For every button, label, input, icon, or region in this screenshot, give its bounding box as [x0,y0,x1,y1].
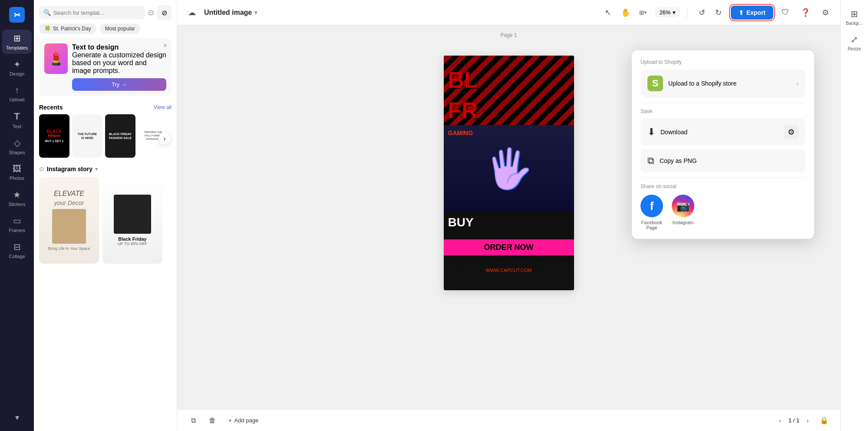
redo-button[interactable]: ↻ [711,5,726,20]
tool-group-selection: ↖ ✋ ⊞ ▾ [601,5,651,20]
canvas-document[interactable]: BL FR GAMING 🖐 BUY ORDER NOW WWW.CAPCUT.… [444,56,574,290]
download-settings-button[interactable]: ⚙ [784,125,799,139]
shopify-option-label: Upload to a Shopify store [668,80,736,87]
sidebar-item-photos[interactable]: 🖼 Photos [2,160,32,184]
title-chevron-icon: ▾ [254,10,257,16]
copy-icon: ⧉ [647,155,654,166]
lock-icon: 🔒 [820,416,828,424]
copy-png-label: Copy as PNG [660,157,697,164]
trash-icon: 🗑 [209,417,216,424]
sidebar-item-templates[interactable]: ⊞ Templates [2,30,32,54]
bf-order-banner: ORDER NOW [444,239,574,255]
settings-button[interactable]: ⚙ [818,5,833,20]
search-input-wrap[interactable]: 🔍 [39,6,145,19]
background-panel-button[interactable]: ⊞ Backgr... [842,5,867,29]
next-page-button[interactable]: › [802,415,813,426]
help-button[interactable]: ❓ [798,5,813,20]
undo-redo-group: ↺ ↻ [694,5,726,20]
category-chevron-icon[interactable]: ▾ [95,166,98,172]
save-section-title: Save [640,108,805,114]
pointer-tool-button[interactable]: ↖ [601,5,616,20]
undo-button[interactable]: ↺ [694,5,710,20]
add-page-icon: + [228,417,232,424]
undo-icon: ↺ [699,8,705,17]
export-divider [640,103,805,103]
facebook-label: FacebookPage [641,220,662,230]
lock-button[interactable]: 🔒 [817,413,832,428]
view-all-link[interactable]: View all [154,104,172,110]
promo-close-button[interactable]: × [163,42,167,50]
cloud-upload-button[interactable]: ☁ [184,5,200,20]
bf-design: BL FR GAMING 🖐 BUY ORDER NOW WWW.CAPCUT.… [444,56,574,290]
zoom-value: 26% [660,9,671,16]
sidebar-item-text[interactable]: T Text [2,107,32,133]
tag-row: 🍀 St. Patrick's Day Most popular [34,23,177,38]
shopify-section-title: Upload to Shopify [640,59,805,65]
photos-icon: 🖼 [13,164,21,174]
template-item-1[interactable]: Black Friday UP TO 40% OFF [102,177,162,264]
copy-png-option[interactable]: ⧉ Copy as PNG [640,149,805,172]
facebook-share-button[interactable]: f FacebookPage [640,195,663,230]
instagram-share-button[interactable]: 📷 Instagram [672,195,694,230]
recent-item-2[interactable]: BLACK FRIDAYFASHION SALE [105,114,135,158]
sidebar-more-button[interactable]: ▾ [2,409,32,426]
export-button[interactable]: ⬆ Export [731,6,773,20]
filter-button[interactable]: ⊘ [157,5,172,20]
export-divider-2 [640,178,805,178]
download-icon: ⬇ [647,126,655,138]
layout-icon: ⊞ [639,9,644,16]
hand-icon: ✋ [621,8,630,17]
instagram-label: Instagram [673,220,694,225]
sidebar-item-collage[interactable]: ⊟ Collage [2,238,32,262]
main-area: ☁ Untitled image ▾ ↖ ✋ ⊞ ▾ 26% ▾ ↺ [177,0,840,431]
recents-next-button[interactable]: › [158,133,171,145]
download-label: Download [660,129,687,136]
bf-hand-image: 🖐 [444,125,574,212]
prev-page-button[interactable]: ‹ [775,415,786,426]
facebook-icon: f [640,195,663,217]
bottom-bar: ⧉ 🗑 + Add page ‹ 1 / 1 › 🔒 [177,409,840,431]
tag-popular[interactable]: Most popular [100,23,140,34]
sidebar-item-shapes[interactable]: ◇ Shapes [2,134,32,159]
promo-description: Generate a customized design based on yo… [72,51,166,75]
sidebar-item-design[interactable]: ✦ Design [2,56,32,80]
bf-text-fr: FR [448,99,478,122]
ai-search-icon[interactable]: ⊙ [148,8,154,17]
recents-header: Recents View all [34,101,177,114]
copy-page-button[interactable]: ⧉ [186,413,201,428]
category-header: ⊙ Instagram story ▾ [34,163,177,177]
design-icon: ✦ [13,59,21,70]
category-title: Instagram story [47,166,92,172]
hand-tool-button[interactable]: ✋ [618,5,634,20]
sidebar-item-upload[interactable]: ↑ Upload [2,82,32,106]
shield-button[interactable]: 🛡 [778,5,793,20]
delete-page-button[interactable]: 🗑 [205,413,220,428]
search-input[interactable] [53,10,141,16]
resize-panel-button[interactable]: ⤢ Resize [842,31,867,55]
recent-item-0[interactable]: BLACK FRIDAY BUY 1 GET 1 [39,114,69,158]
layout-button[interactable]: ⊞ ▾ [635,5,651,20]
promo-try-button[interactable]: Try → [72,78,166,91]
help-icon: ❓ [801,8,810,17]
sidebar-item-frames[interactable]: ▭ Frames [2,212,32,236]
canvas-area: Page 1 BL FR GAMING 🖐 BUY ORDER NOW WWW.… [177,25,840,409]
template-item-0[interactable]: ELEVATE your Decor Bring Life to Your Sp… [39,177,99,264]
zoom-chevron-icon: ▾ [673,9,676,16]
promo-image: 💄 [44,43,68,74]
add-page-button[interactable]: + Add page [224,414,263,426]
zoom-control[interactable]: 26% ▾ [655,7,680,17]
download-option[interactable]: ⬇ Download ⚙ [640,119,805,146]
bottom-right: ‹ 1 / 1 › 🔒 [775,413,832,428]
shopify-upload-option[interactable]: S Upload to a Shopify store › [640,70,805,97]
recent-item-1[interactable]: THE FUTUREIS HERE [72,114,102,158]
app-logo: ✂ [7,5,26,24]
sliders-icon: ⚙ [788,127,795,137]
document-title[interactable]: Untitled image ▾ [204,9,257,17]
collage-icon: ⊟ [13,242,21,252]
cloud-upload-icon: ☁ [188,8,196,17]
tag-stpatricks[interactable]: 🍀 St. Patrick's Day [39,23,96,34]
stickers-icon: ★ [13,189,21,200]
sidebar-item-stickers[interactable]: ★ Stickers [2,186,32,210]
search-icon: 🔍 [43,9,51,16]
shopify-option-left: S Upload to a Shopify store [647,76,736,91]
